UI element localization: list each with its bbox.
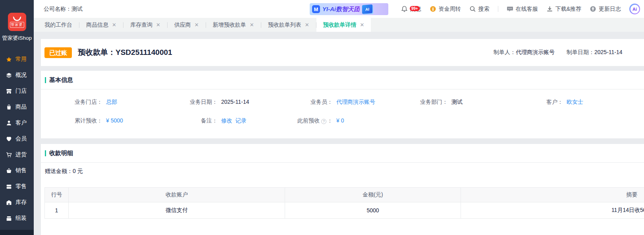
info-field-value: 2025-11-14 <box>221 99 249 106</box>
company-value: 测试 <box>71 6 83 13</box>
topbar-action-1[interactable]: 资金周转 <box>430 6 461 13</box>
table-cell: 1 <box>45 202 69 219</box>
receipt-detail-table: 行号收款账户金额(元)摘要1微信支付500011月14日收5000 <box>44 187 644 219</box>
creator-field: 制单人：代理商演示账号 <box>494 49 555 56</box>
topbar-divider <box>498 6 498 12</box>
tab-close-icon[interactable]: ✕ <box>156 22 160 28</box>
info-field-value[interactable]: 代理商演示账号 <box>336 99 375 106</box>
customer-icon <box>6 120 12 126</box>
sidebar-item-0[interactable]: 常用 <box>0 51 34 67</box>
page-title: 预收款单：YSD2511140001 <box>78 47 172 58</box>
update-icon <box>590 6 596 12</box>
content-area: 已过账 预收款单：YSD2511140001 制单人：代理商演示账号 制单日期：… <box>34 32 644 235</box>
tab-6[interactable]: 预收款单详情✕ <box>316 18 371 32</box>
tab-2[interactable]: 库存查询✕ <box>123 18 167 32</box>
star-icon <box>6 56 12 62</box>
chat-icon <box>507 6 513 12</box>
topbar-action-label: 搜索 <box>478 6 490 13</box>
document-header-card: 已过账 预收款单：YSD2511140001 制单人：代理商演示账号 制单日期：… <box>41 39 644 66</box>
info-field-2-1: 备注：修改记录 <box>159 117 274 124</box>
tab-4[interactable]: 新增预收款单✕ <box>206 18 261 32</box>
topbar-action-2[interactable]: 搜索 <box>469 6 490 13</box>
company-label: 公司名称： <box>44 6 71 13</box>
topbar-action-0[interactable]: 消息99+ <box>401 6 421 13</box>
sidebar-item-2[interactable]: 门店 <box>0 83 34 99</box>
basic-info-row-1: 业务门店：总部业务日期：2025-11-14业务员：代理商演示账号业务部门：测试… <box>41 99 644 106</box>
sidebar-item-10[interactable]: 组装 <box>0 210 34 226</box>
info-field-value[interactable]: 欧女士 <box>567 99 583 106</box>
tab-3[interactable]: 供应商✕ <box>168 18 206 32</box>
tab-close-icon[interactable]: ✕ <box>305 22 309 28</box>
table-header-row: 行号收款账户金额(元)摘要 <box>45 188 644 202</box>
info-field-1-2: 业务员：代理商演示账号 <box>274 99 389 106</box>
info-field-value[interactable]: ¥ 0 <box>336 117 344 124</box>
topbar-action-5[interactable]: 更新日志 <box>590 6 621 13</box>
topbar-actions: 消息99+资金周转搜索在线客服下载&推荐更新日志Ai <box>401 0 640 18</box>
topbar-action-4[interactable]: 下载&推荐 <box>546 6 581 13</box>
banner-ai-cube-icon: AI <box>362 4 372 14</box>
sidebar-item-8[interactable]: 零售 <box>0 179 34 194</box>
sidebar-menu: 常用概况门店商品客户会员进货销售零售库存组装 <box>0 51 34 226</box>
table-cell: 11月14日收5000 <box>461 202 644 219</box>
tab-label: 商品信息 <box>86 21 108 29</box>
notification-count-badge: 99+ <box>410 6 420 11</box>
topbar-action-3[interactable]: 在线客服 <box>507 6 538 13</box>
sidebar-item-6[interactable]: 进货 <box>0 147 34 163</box>
tab-label: 新增预收款单 <box>213 21 246 29</box>
receipt-detail-title: 收款明细 <box>49 150 73 157</box>
sales-basket-icon <box>6 168 12 174</box>
table-row: 1微信支付500011月14日收5000 <box>45 202 644 219</box>
tab-1[interactable]: 商品信息✕ <box>79 18 123 32</box>
app-logo[interactable]: 管家婆 <box>8 13 26 31</box>
sidebar-item-4[interactable]: 客户 <box>0 115 34 131</box>
sidebar-item-9[interactable]: 库存 <box>0 194 34 210</box>
topbar-action-label: 更新日志 <box>599 6 621 13</box>
sidebar-item-label: 门店 <box>15 87 27 95</box>
sidebar-item-label: 会员 <box>15 135 27 142</box>
sidebar-item-1[interactable]: 概况 <box>0 67 34 83</box>
link-修改[interactable]: 修改 <box>221 117 232 124</box>
info-field-1-1: 业务日期：2025-11-14 <box>159 99 274 106</box>
layers-icon <box>6 72 12 78</box>
info-field-value[interactable]: 总部 <box>106 99 117 106</box>
tab-close-icon[interactable]: ✕ <box>195 22 199 28</box>
topbar-action-label: 资金周转 <box>439 6 461 13</box>
info-field-2-0: 累计预收：¥ 5000 <box>44 117 159 124</box>
basic-info-row-2: 累计预收：¥ 5000备注：修改记录此前预收：¥ 0 <box>41 117 644 124</box>
tab-label: 预收款单详情 <box>323 21 357 29</box>
info-field-1-0: 业务门店：总部 <box>44 99 159 106</box>
tab-0[interactable]: 我的工作台 <box>38 18 79 32</box>
info-field-label: 业务门店： <box>44 99 102 106</box>
gift-amount-label: 赠送金额： <box>45 168 73 174</box>
sidebar-item-label: 零售 <box>15 183 27 190</box>
help-icon[interactable] <box>321 119 326 124</box>
sidebar-item-label: 概况 <box>15 72 27 79</box>
tab-close-icon[interactable]: ✕ <box>360 22 364 28</box>
table-header-cell: 行号 <box>45 188 69 202</box>
sidebar-item-5[interactable]: 会员 <box>0 131 34 147</box>
document-meta: 制单人：代理商演示账号 制单日期：2025-11-14 <box>494 39 623 66</box>
sidebar-item-label: 商品 <box>15 103 27 111</box>
member-heart-icon <box>6 136 12 142</box>
create-date-field: 制单日期：2025-11-14 <box>567 49 623 56</box>
sidebar-item-label: 组装 <box>15 215 27 222</box>
sidebar-item-7[interactable]: 销售 <box>0 163 34 179</box>
tab-5[interactable]: 预收款单列表✕ <box>261 18 316 32</box>
sidebar-item-3[interactable]: 商品 <box>0 99 34 115</box>
tab-close-icon[interactable]: ✕ <box>250 22 254 28</box>
bell-icon <box>401 6 408 12</box>
link-记录[interactable]: 记录 <box>235 117 247 124</box>
logo-smile-icon <box>13 16 21 21</box>
gift-amount-value: 0 元 <box>73 168 83 174</box>
info-field-label: 累计预收： <box>44 117 102 124</box>
ai-promo-banner[interactable]: M YI-Ai数智天团 AI <box>310 3 388 15</box>
info-field-value[interactable]: ¥ 5000 <box>106 117 123 124</box>
basic-info-card: 基本信息 业务门店：总部业务日期：2025-11-14业务员：代理商演示账号业务… <box>41 71 644 138</box>
tab-bar: 我的工作台商品信息✕库存查询✕供应商✕新增预收款单✕预收款单列表✕预收款单详情✕ <box>34 18 644 32</box>
creator-value: 代理商演示账号 <box>516 49 555 55</box>
info-field-label-text: 此前预收 <box>297 117 320 124</box>
info-field-label: 业务员： <box>274 99 333 106</box>
tab-close-icon[interactable]: ✕ <box>112 22 116 28</box>
table-header-cell: 收款账户 <box>69 188 285 202</box>
ai-assistant-icon[interactable]: Ai <box>629 4 640 14</box>
